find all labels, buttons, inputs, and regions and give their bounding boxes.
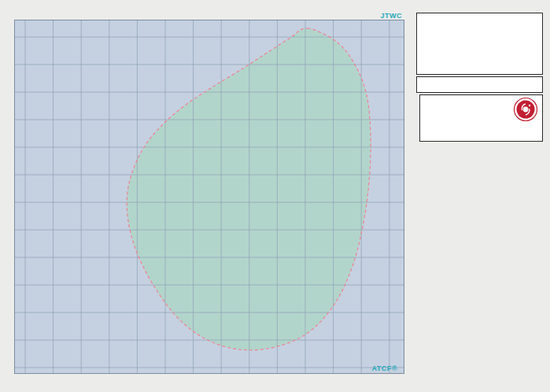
bearing-distance-box: [416, 76, 543, 93]
jtwc-warning-graphic: JTWC ATCF®: [0, 0, 550, 392]
jtwc-watermark: JTWC: [363, 12, 402, 20]
map-canvas: [14, 20, 404, 374]
legend-box: [419, 94, 543, 142]
danger-area-fill: [127, 28, 371, 350]
warning-text-box: [416, 13, 543, 75]
jtwc-seal-logo: [513, 97, 538, 122]
map-graphics: [15, 20, 404, 373]
atcf-watermark: ATCF®: [358, 364, 397, 372]
